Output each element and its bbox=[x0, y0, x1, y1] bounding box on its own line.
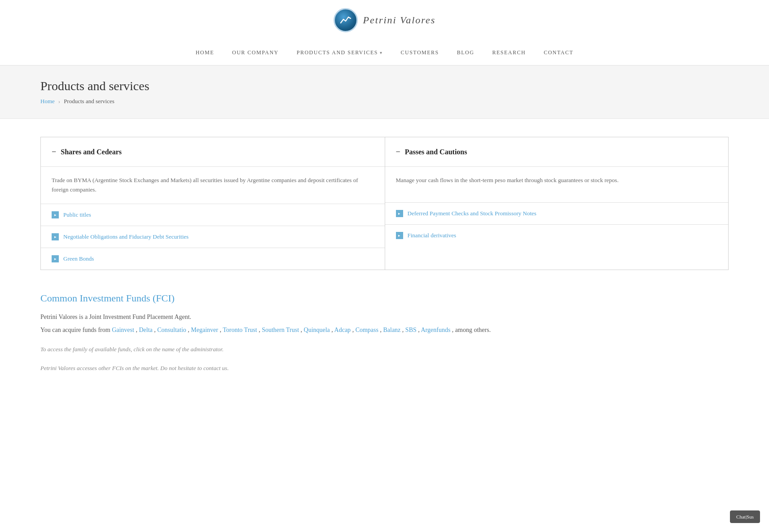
link-green-bonds[interactable]: Green Bonds bbox=[41, 248, 385, 270]
link-icon-green-bonds bbox=[52, 255, 59, 262]
fci-fund-link-sbs[interactable]: SBS bbox=[405, 327, 417, 333]
fci-fund-separator: , bbox=[417, 327, 421, 333]
card-collapse-icon-2[interactable]: − bbox=[396, 147, 400, 157]
card-shares-links: Public titles Negotiable Obligations and… bbox=[41, 204, 385, 270]
card-collapse-icon[interactable]: − bbox=[52, 147, 56, 157]
card-passes-cautions: − Passes and Cautions Manage your cash f… bbox=[385, 137, 729, 270]
breadcrumb-separator: › bbox=[58, 98, 60, 105]
fci-fund-link-megainver[interactable]: Megainver bbox=[191, 327, 218, 333]
fci-intro-line1: Petrini Valores is a Joint Investment Fu… bbox=[40, 311, 729, 323]
fci-fund-separator: , bbox=[186, 327, 191, 333]
link-text-deferred: Deferred Payment Checks and Stock Promis… bbox=[408, 210, 536, 217]
link-negotiable-obligations[interactable]: Negotiable Obligations and Fiduciary Deb… bbox=[41, 226, 385, 248]
main-content: − Shares and Cedears Trade on BYMA (Arge… bbox=[0, 119, 769, 391]
fci-fund-separator: , bbox=[134, 327, 139, 333]
fci-title: Common Investment Funds (FCI) bbox=[40, 292, 729, 304]
link-text-negotiable: Negotiable Obligations and Fiduciary Deb… bbox=[63, 233, 189, 240]
link-text-green-bonds: Green Bonds bbox=[63, 255, 94, 262]
logo-icon bbox=[334, 8, 358, 32]
page-title: Products and services bbox=[40, 79, 729, 93]
breadcrumb-home-link[interactable]: Home bbox=[40, 98, 55, 105]
fci-fund-link-quinquela[interactable]: Quinquela bbox=[304, 327, 330, 333]
link-text-public-titles: Public titles bbox=[63, 211, 91, 218]
fci-fund-link-compass[interactable]: Compass bbox=[356, 327, 378, 333]
fci-fund-link-southern trust[interactable]: Southern Trust bbox=[262, 327, 299, 333]
link-icon-derivatives bbox=[396, 232, 403, 239]
logo-area: Petrini Valores bbox=[334, 8, 436, 32]
fci-fund-link-toronto trust[interactable]: Toronto Trust bbox=[223, 327, 257, 333]
fci-fund-link-delta[interactable]: Delta bbox=[139, 327, 152, 333]
nav-item-blog[interactable]: BLOG bbox=[457, 45, 475, 61]
fci-fund-link-gainvest[interactable]: Gainvest bbox=[112, 327, 134, 333]
link-deferred-payment[interactable]: Deferred Payment Checks and Stock Promis… bbox=[385, 203, 729, 225]
fci-fund-link-consultatio[interactable]: Consultatio bbox=[157, 327, 186, 333]
fci-intro-line2: You can acquire funds from Gainvest , De… bbox=[40, 324, 729, 336]
nav-item-our-company[interactable]: OUR COMPANY bbox=[232, 45, 279, 61]
fci-fund-separator: , bbox=[153, 327, 158, 333]
fci-italic-line1: To access the family of available funds,… bbox=[40, 344, 729, 354]
link-icon-negotiable bbox=[52, 233, 59, 240]
fci-fund-separator: , bbox=[378, 327, 383, 333]
card-shares-cedears: − Shares and Cedears Trade on BYMA (Arge… bbox=[40, 137, 385, 270]
link-icon-deferred bbox=[396, 210, 403, 217]
fci-fund-separator: , bbox=[257, 327, 262, 333]
nav-item-contact[interactable]: CONTACT bbox=[544, 45, 573, 61]
fci-fund-separator: , bbox=[218, 327, 223, 333]
card-shares-description: Trade on BYMA (Argentine Stock Exchanges… bbox=[41, 167, 385, 204]
card-shares-header: − Shares and Cedears bbox=[41, 137, 385, 167]
nav-item-customers[interactable]: CUSTOMERS bbox=[400, 45, 439, 61]
breadcrumb: Home › Products and services bbox=[40, 98, 729, 105]
breadcrumb-current: Products and services bbox=[64, 98, 114, 105]
fci-intro-prefix: You can acquire funds from bbox=[40, 327, 112, 333]
dropdown-icon-products-services: ▾ bbox=[380, 50, 383, 55]
nav-item-products-services[interactable]: PRODUCTS AND SERVICES▾ bbox=[297, 45, 383, 61]
link-public-titles[interactable]: Public titles bbox=[41, 204, 385, 226]
fci-fund-links: Gainvest , Delta , Consultatio , Megainv… bbox=[112, 327, 450, 333]
fci-fund-separator: , bbox=[351, 327, 356, 333]
fci-fund-separator: , bbox=[400, 327, 405, 333]
fci-fund-separator: , bbox=[299, 327, 304, 333]
fci-section: Common Investment Funds (FCI) Petrini Va… bbox=[40, 292, 729, 374]
card-passes-header: − Passes and Cautions bbox=[385, 137, 729, 167]
fci-intro-suffix: , among others. bbox=[452, 327, 491, 333]
card-passes-description: Manage your cash flows in the short-term… bbox=[385, 167, 729, 203]
link-text-derivatives: Financial derivatives bbox=[408, 232, 457, 239]
link-icon-public-titles bbox=[52, 211, 59, 218]
cards-grid: − Shares and Cedears Trade on BYMA (Arge… bbox=[40, 137, 729, 270]
card-passes-title: Passes and Cautions bbox=[405, 148, 467, 156]
card-passes-links: Deferred Payment Checks and Stock Promis… bbox=[385, 203, 729, 246]
card-shares-title: Shares and Cedears bbox=[61, 148, 122, 156]
fci-fund-separator: , bbox=[330, 327, 334, 333]
page-header-section: Products and services Home › Products an… bbox=[0, 65, 769, 119]
nav-item-research[interactable]: RESEARCH bbox=[492, 45, 526, 61]
fci-fund-link-adcap[interactable]: Adcap bbox=[334, 327, 351, 333]
link-financial-derivatives[interactable]: Financial derivatives bbox=[385, 225, 729, 246]
logo-text: Petrini Valores bbox=[363, 14, 436, 26]
fci-fund-link-argenfunds[interactable]: Argenfunds bbox=[421, 327, 451, 333]
fci-fund-link-balanz[interactable]: Balanz bbox=[383, 327, 400, 333]
fci-italic-line2: Petrini Valores accesses other FCIs on t… bbox=[40, 363, 729, 373]
nav-item-home[interactable]: HOME bbox=[196, 45, 214, 61]
main-nav: HOMEOUR COMPANYPRODUCTS AND SERVICES▾CUS… bbox=[196, 40, 574, 65]
site-header: Petrini Valores HOMEOUR COMPANYPRODUCTS … bbox=[0, 0, 769, 65]
